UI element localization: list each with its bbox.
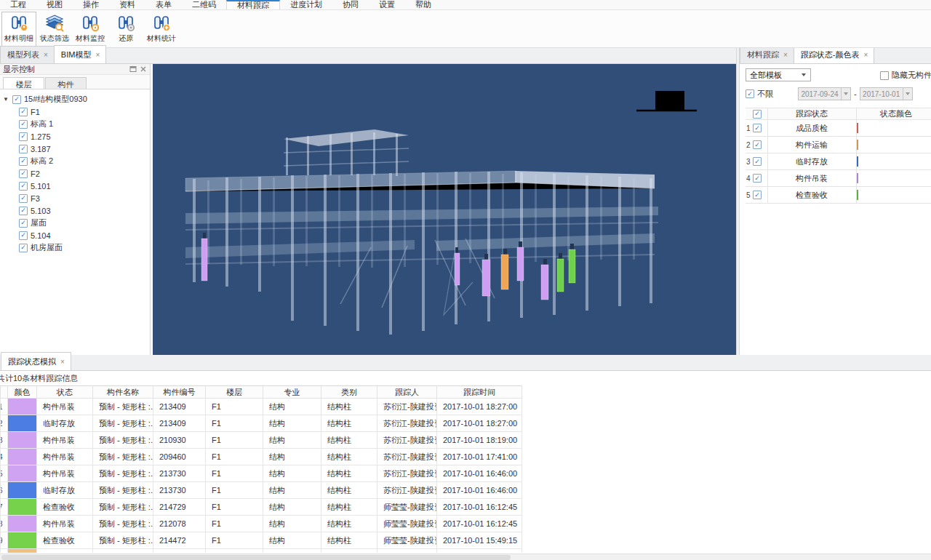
checkbox-checked[interactable]: ✓ [753, 124, 762, 132]
checkbox-unchecked[interactable] [880, 71, 889, 80]
checkbox-checked[interactable]: ✓ [753, 140, 762, 149]
tree-floor-item[interactable]: ✓ 机房屋面 [3, 241, 150, 254]
tree-floor-item[interactable]: ✓ F2 [3, 167, 150, 180]
checkbox-checked[interactable]: ✓ [19, 157, 28, 166]
tracking-record-row[interactable]: 1 构件吊装 预制 - 矩形柱 :... 213409 F1 结构 结构柱 苏衍… [1, 399, 522, 415]
tree-floor-item[interactable]: ✓ 5.101 [3, 180, 150, 192]
template-dropdown[interactable]: 全部模板 [746, 68, 811, 81]
status-column [201, 239, 207, 281]
column-header-category: 类别 [321, 386, 377, 399]
tab-components[interactable]: 构件 [45, 77, 87, 89]
tree-floor-item[interactable]: ✓ F1 [3, 105, 150, 118]
tracking-record-row[interactable]: 9 检查验收 预制 - 矩形柱 :... 214472 F1 结构 结构柱 师莹… [1, 532, 522, 549]
tree-item-label: F3 [31, 194, 40, 203]
material-statistics-button[interactable]: 材料统计 [144, 12, 179, 47]
tab-tracking-status-simulation[interactable]: 跟踪状态模拟 × [1, 352, 71, 370]
date-dropdown-button[interactable] [841, 88, 850, 100]
tracking-record-row[interactable]: 4 构件吊装 预制 - 矩形柱 :... 209460 F1 结构 结构柱 苏衍… [1, 449, 522, 465]
status-color-row[interactable]: 2✓ 构件运输 [746, 137, 931, 153]
tree-floor-item[interactable]: ✓ 屋面 [3, 217, 150, 229]
menu-item-schedule[interactable]: 进度计划 [280, 0, 332, 9]
tab-material-tracking[interactable]: 材料跟踪 × [740, 48, 794, 63]
close-icon[interactable]: × [95, 52, 100, 59]
checkbox-checked[interactable]: ✓ [19, 132, 28, 141]
status-column [455, 253, 460, 285]
checkbox-checked[interactable]: ✓ [12, 95, 21, 104]
close-panel-icon[interactable] [139, 65, 147, 73]
tracking-record-row[interactable]: 5 构件吊装 预制 - 矩形柱 :... 213730 F1 结构 结构柱 苏衍… [1, 465, 522, 482]
tree-floor-item[interactable]: ✓ 标高 1 [3, 118, 150, 130]
menu-item-view[interactable]: 视图 [36, 0, 73, 9]
menu-item-collaboration[interactable]: 协同 [332, 0, 369, 9]
menu-item-settings[interactable]: 设置 [369, 0, 405, 9]
checkbox-checked[interactable]: ✓ [753, 174, 762, 183]
checkbox-checked[interactable]: ✓ [19, 120, 28, 129]
tracking-record-row[interactable]: 2 临时存放 预制 - 矩形柱 :... 213409 F1 结构 结构柱 苏衍… [1, 415, 522, 432]
menu-item-material-tracking[interactable]: 材料跟踪 [226, 0, 280, 9]
tab-tracking-status-colors[interactable]: 跟踪状态-颜色表 × [794, 48, 875, 63]
status-column [557, 259, 564, 292]
material-monitor-button[interactable]: 材料监控 [73, 12, 108, 47]
tree-floor-item[interactable]: ✓ 5.104 [3, 229, 150, 241]
close-icon[interactable]: × [864, 52, 868, 59]
checkbox-checked[interactable]: ✓ [19, 231, 28, 240]
material-detail-button[interactable]: 材料明细 [1, 12, 36, 47]
tree-floor-item[interactable]: ✓ 1.275 [3, 130, 150, 143]
checkbox-checked[interactable]: ✓ [19, 207, 28, 215]
date-range-separator: - [854, 89, 857, 98]
date-from-field[interactable]: 2017-09-24 [798, 87, 851, 100]
status-color-row[interactable]: 3✓ 临时存放 [746, 153, 931, 170]
tracking-record-row[interactable]: 3 构件吊装 预制 - 矩形柱 :... 210930 F1 结构 结构柱 苏衍… [1, 432, 522, 449]
checkbox-checked[interactable]: ✓ [19, 182, 28, 191]
checkbox-checked[interactable]: ✓ [753, 191, 762, 199]
restore-button[interactable]: 还原 [108, 12, 143, 47]
checkbox-checked[interactable]: ✓ [19, 108, 28, 116]
checkbox-checked[interactable]: ✓ [19, 145, 28, 153]
checkbox-checked[interactable]: ✓ [19, 169, 28, 178]
tree-floor-item[interactable]: ✓ 标高 2 [3, 155, 150, 167]
row-number: 1 [1, 399, 8, 415]
status-color-row[interactable]: 5✓ 检查验收 [746, 187, 931, 204]
tree-root-item[interactable]: ▼ ✓ 15#结构模型0930 [3, 93, 150, 105]
tree-floor-item[interactable]: ✓ F3 [3, 192, 150, 204]
horizontal-scrollbar[interactable] [0, 553, 931, 560]
tracking-record-row[interactable]: 6 临时存放 预制 - 矩形柱 :... 213730 F1 结构 结构柱 苏衍… [1, 482, 522, 499]
checkbox-checked[interactable]: ✓ [19, 244, 28, 252]
checkbox-checked[interactable]: ✓ [753, 157, 762, 166]
tab-floors[interactable]: 楼层 [3, 77, 44, 89]
tracking-record-row[interactable]: 8 构件吊装 预制 - 矩形柱 :... 212078 F1 结构 结构柱 师莹… [1, 516, 522, 532]
close-icon[interactable]: × [60, 359, 65, 366]
floor-cell [206, 549, 263, 553]
model-3d-viewport[interactable] [153, 64, 736, 355]
status-color-row[interactable]: 4✓ 构件吊装 [746, 170, 931, 187]
float-panel-icon[interactable] [129, 65, 137, 73]
status-filter-button[interactable]: 状态筛选 [37, 12, 72, 47]
hide-empty-checkbox[interactable]: 隐藏无构件的跟踪状态 [880, 70, 931, 81]
checkbox-checked[interactable]: ✓ [19, 194, 28, 203]
checkbox-checked[interactable]: ✓ [19, 219, 28, 228]
menu-item-help[interactable]: 帮助 [405, 0, 441, 9]
select-all-checkbox[interactable]: ✓ [753, 110, 762, 119]
tab-bim-model[interactable]: BIM模型 × [54, 45, 106, 63]
tree-floor-item[interactable]: ✓ 5.103 [3, 204, 150, 217]
scrollbar-thumb[interactable] [1, 555, 511, 560]
close-icon[interactable]: × [783, 52, 788, 59]
date-to-field[interactable]: 2017-10-01 [860, 87, 913, 100]
tab-model-list[interactable]: 模型列表 × [0, 46, 55, 63]
menu-item-operate[interactable]: 操作 [73, 0, 109, 9]
tracking-record-row[interactable]: 7 检查验收 预制 - 矩形柱 :... 214729 F1 结构 结构柱 师莹… [1, 499, 522, 516]
checkbox-checked[interactable]: ✓ [746, 89, 754, 98]
column-header-rownum [1, 386, 8, 399]
status-cell: 临时存放 [37, 415, 93, 432]
menu-item-form[interactable]: 表单 [145, 0, 182, 9]
close-icon[interactable]: × [44, 52, 48, 59]
menu-item-data[interactable]: 资料 [109, 0, 145, 9]
tracking-record-row[interactable]: 10 [1, 549, 522, 553]
menu-item-qrcode[interactable]: 二维码 [182, 0, 226, 9]
tree-floor-item[interactable]: ✓ 3.187 [3, 143, 150, 155]
date-dropdown-button[interactable] [903, 88, 912, 100]
component-name-cell: 预制 - 矩形柱 :... [93, 499, 153, 516]
status-color-row[interactable]: 1✓ 成品质检 [746, 120, 931, 137]
tree-expander-icon[interactable]: ▼ [3, 96, 9, 103]
menu-item-project[interactable]: 工程 [0, 0, 36, 9]
